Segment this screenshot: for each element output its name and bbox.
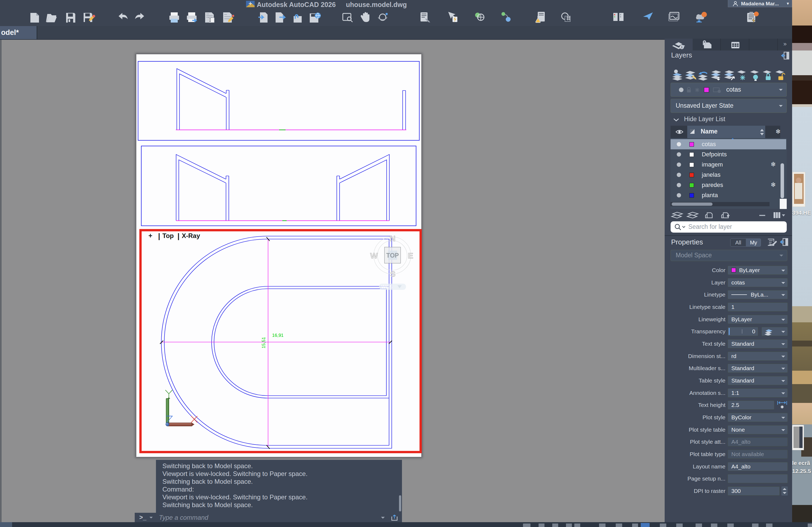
svg-text:Top: Top xyxy=(162,232,174,239)
svg-text:N: N xyxy=(390,234,395,243)
svg-text:i: i xyxy=(681,45,682,49)
svg-text:X-Ray: X-Ray xyxy=(182,232,200,239)
svg-text:E: E xyxy=(408,251,413,260)
svg-text:|: | xyxy=(158,232,160,240)
svg-text:TOP: TOP xyxy=(386,252,399,259)
svg-text:+: + xyxy=(148,232,153,239)
svg-text:WCS: WCS xyxy=(381,284,393,289)
svg-text:S: S xyxy=(390,269,395,278)
svg-text:15,51: 15,51 xyxy=(261,337,266,348)
svg-text:16,91: 16,91 xyxy=(272,333,284,338)
svg-text:|: | xyxy=(177,232,179,240)
svg-text:W: W xyxy=(370,251,378,260)
